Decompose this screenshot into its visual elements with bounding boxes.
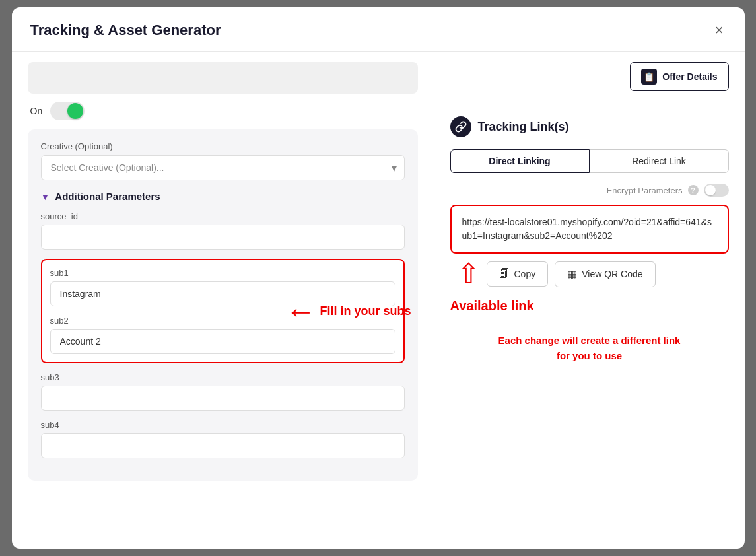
encrypt-toggle-knob [705, 185, 716, 195]
modal-header: Tracking & Asset Generator × [12, 7, 745, 52]
tab-direct-linking[interactable]: Direct Linking [450, 149, 590, 173]
sub4-input[interactable] [41, 433, 405, 458]
tracking-toggle[interactable] [50, 102, 85, 120]
source-id-input[interactable] [41, 225, 405, 250]
offer-icon: 📋 [641, 69, 657, 85]
left-panel: On Creative (Optional) Select Creative (… [12, 52, 434, 549]
copy-label: Copy [514, 269, 536, 279]
tab-redirect-link[interactable]: Redirect Link [590, 149, 729, 173]
source-id-label: source_id [41, 211, 405, 221]
sub2-input[interactable] [50, 329, 395, 354]
modal-backdrop: Tracking & Asset Generator × On [0, 0, 756, 556]
qr-icon: ▦ [567, 268, 577, 281]
sub3-label: sub3 [41, 372, 405, 382]
sub1-input[interactable] [50, 281, 395, 306]
sub2-label: sub2 [50, 316, 395, 326]
toggle-track [50, 102, 85, 120]
source-id-group: source_id [41, 211, 405, 250]
help-icon[interactable]: ? [688, 185, 699, 195]
encrypt-toggle[interactable] [704, 184, 729, 197]
view-qr-label: View QR Code [582, 269, 642, 279]
link-icon [450, 116, 471, 137]
subs-highlight-box: sub1 sub2 [41, 259, 405, 363]
sub1-group: sub1 [50, 268, 395, 306]
up-arrow-icon: ⇧ [457, 260, 480, 288]
modal: Tracking & Asset Generator × On [12, 7, 745, 549]
copy-button[interactable]: 🗐 Copy [487, 261, 549, 287]
toggle-label: On [30, 106, 43, 116]
change-text-line1: Each change will create a different link [498, 335, 681, 346]
top-bar-placeholder [28, 62, 418, 94]
change-text-line2: for you to use [557, 350, 622, 361]
sub4-group: sub4 [41, 420, 405, 458]
sub2-group: sub2 [50, 316, 395, 354]
chevron-down-icon: ▼ [41, 191, 50, 202]
sub4-label: sub4 [41, 420, 405, 430]
toggle-row: On [28, 102, 418, 120]
view-qr-button[interactable]: ▦ View QR Code [555, 261, 655, 287]
toggle-knob [67, 103, 83, 119]
additional-params-header[interactable]: ▼ Additional Parameters [41, 191, 405, 202]
tracking-links-title: Tracking Link(s) [478, 120, 569, 134]
offer-details-label: Offer Details [662, 71, 717, 82]
creative-select-wrapper: Select Creative (Optional)... ▾ [41, 155, 405, 180]
additional-params-label: Additional Parameters [55, 191, 160, 202]
creative-label: Creative (Optional) [41, 141, 405, 151]
encrypt-row: Encrypt Parameters ? [450, 184, 729, 197]
right-panel: 📋 Offer Details Tracking Link(s) [434, 52, 745, 549]
close-button[interactable]: × [712, 20, 726, 40]
encrypt-label: Encrypt Parameters [607, 186, 683, 195]
modal-title: Tracking & Asset Generator [30, 22, 221, 39]
link-url-text: https://test-localstore01.myshopify.com/… [462, 217, 712, 241]
creative-select[interactable]: Select Creative (Optional)... [41, 155, 405, 180]
link-type-tabs: Direct Linking Redirect Link [450, 149, 729, 173]
copy-icon: 🗐 [499, 268, 510, 280]
link-actions-row: ⇧ 🗐 Copy ▦ View QR Code [450, 260, 729, 288]
offer-details-row: 📋 Offer Details [450, 62, 729, 104]
subs-highlight-container: sub1 sub2 ← Fill in you [41, 259, 405, 363]
sub3-input[interactable] [41, 386, 405, 411]
change-text: Each change will create a different link… [450, 333, 729, 363]
modal-body: On Creative (Optional) Select Creative (… [12, 52, 745, 549]
offer-details-button[interactable]: 📋 Offer Details [630, 62, 728, 91]
sub1-label: sub1 [50, 268, 395, 278]
tracking-links-header: Tracking Link(s) [450, 116, 729, 137]
available-link-text: Available link [450, 298, 729, 314]
sub3-group: sub3 [41, 372, 405, 411]
link-url-box: https://test-localstore01.myshopify.com/… [450, 205, 729, 254]
form-section: Creative (Optional) Select Creative (Opt… [28, 129, 418, 481]
